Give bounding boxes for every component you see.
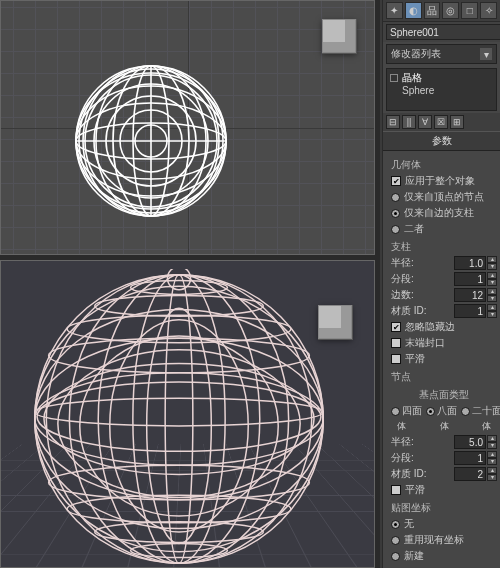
configure-sets-icon[interactable]: ⊞ — [450, 115, 464, 129]
spin-up-icon[interactable]: ▴ — [487, 451, 497, 458]
label-new: 新建 — [404, 549, 424, 563]
radio-icon[interactable] — [391, 536, 400, 545]
spinner-input[interactable] — [454, 451, 486, 465]
radio-icon[interactable] — [461, 407, 470, 416]
object-name-field[interactable] — [386, 24, 500, 40]
radio-icon[interactable] — [391, 193, 400, 202]
spinner-input[interactable] — [454, 304, 486, 318]
radio-icon[interactable] — [391, 407, 400, 416]
label-body: 体 — [440, 420, 449, 433]
checkbox-icon[interactable]: ✔ — [391, 322, 401, 332]
label-octa: 八面 — [437, 404, 457, 418]
tab-hierarchy-icon[interactable]: 品 — [424, 2, 441, 19]
viewport-top[interactable] — [0, 0, 375, 255]
checkbox-icon[interactable] — [391, 338, 401, 348]
viewcube[interactable] — [322, 19, 356, 53]
label-radius: 半径: — [391, 256, 414, 270]
spin-down-icon[interactable]: ▾ — [487, 442, 497, 449]
spinner-strut-radius[interactable]: ▴▾ — [454, 256, 497, 270]
radio-only-edge[interactable]: 仅来自边的支柱 — [391, 206, 497, 220]
spinner-input[interactable] — [454, 272, 486, 286]
radio-icon[interactable] — [391, 209, 400, 218]
stack-toolbar: ⊟ || ∀ ☒ ⊞ — [383, 113, 500, 131]
svg-point-18 — [35, 398, 323, 426]
radio-map-reuse[interactable]: 重用现有坐标 — [391, 533, 497, 547]
wireframe-sphere-persp — [29, 269, 329, 568]
spin-up-icon[interactable]: ▴ — [487, 272, 497, 279]
radio-only-vertex[interactable]: 仅来自顶点的节点 — [391, 190, 497, 204]
panel-tabs: ✦ ◐ 品 ◎ □ ✧ — [383, 0, 500, 22]
radio-octa[interactable]: 八面 — [426, 404, 457, 418]
spin-up-icon[interactable]: ▴ — [487, 435, 497, 442]
viewport-area — [0, 0, 380, 568]
spin-up-icon[interactable]: ▴ — [487, 467, 497, 474]
row-smooth[interactable]: 平滑 — [391, 352, 497, 366]
tab-modify-icon[interactable]: ◐ — [405, 2, 422, 19]
radio-icon[interactable] — [391, 552, 400, 561]
tab-motion-icon[interactable]: ◎ — [442, 2, 459, 19]
row-apply-whole[interactable]: ✔ 应用于整个对象 — [391, 174, 497, 188]
label-icosa: 二十面 — [472, 404, 500, 418]
section-mapping: 贴图坐标 — [391, 501, 497, 515]
show-end-result-icon[interactable]: || — [402, 115, 416, 129]
spinner-input[interactable] — [454, 435, 486, 449]
spin-down-icon[interactable]: ▾ — [487, 279, 497, 286]
tab-display-icon[interactable]: □ — [461, 2, 478, 19]
label-segments: 分段: — [391, 451, 414, 465]
checkbox-icon[interactable]: ✔ — [391, 176, 401, 186]
svg-point-39 — [69, 275, 288, 563]
viewport-perspective[interactable] — [0, 260, 375, 568]
pin-stack-icon[interactable]: ⊟ — [386, 115, 400, 129]
spinner-joint-radius[interactable]: ▴▾ — [454, 435, 497, 449]
spinner-joint-matid[interactable]: ▴▾ — [454, 467, 497, 481]
row-smooth-joints[interactable]: 平滑 — [391, 483, 497, 497]
tab-create-icon[interactable]: ✦ — [386, 2, 403, 19]
spin-up-icon[interactable]: ▴ — [487, 304, 497, 311]
row-ignore-hidden[interactable]: ✔忽略隐藏边 — [391, 320, 497, 334]
radio-icon[interactable] — [391, 520, 400, 529]
spin-up-icon[interactable]: ▴ — [487, 256, 497, 263]
modifier-list-label: 修改器列表 — [391, 47, 441, 61]
spin-down-icon[interactable]: ▾ — [487, 295, 497, 302]
spin-down-icon[interactable]: ▾ — [487, 311, 497, 318]
label-radius: 半径: — [391, 435, 414, 449]
make-unique-icon[interactable]: ∀ — [418, 115, 432, 129]
tab-utilities-icon[interactable]: ✧ — [480, 2, 497, 19]
radio-icon[interactable] — [391, 225, 400, 234]
radio-icosa[interactable]: 二十面 — [461, 404, 500, 418]
chevron-down-icon: ▾ — [480, 48, 492, 60]
stack-toggle-icon[interactable] — [390, 74, 398, 82]
label-body: 体 — [397, 420, 406, 433]
modifier-list-dropdown[interactable]: 修改器列表 ▾ — [386, 44, 497, 64]
radio-tetra[interactable]: 四面 — [391, 404, 422, 418]
row-end-caps[interactable]: 末端封口 — [391, 336, 497, 350]
spinner-input[interactable] — [454, 288, 486, 302]
rollup-header[interactable]: 参数 — [383, 131, 500, 151]
spinner-strut-matid[interactable]: ▴▾ — [454, 304, 497, 318]
stack-item-lattice[interactable]: 晶格 — [390, 71, 493, 84]
spin-down-icon[interactable]: ▾ — [487, 474, 497, 481]
spinner-input[interactable] — [454, 467, 486, 481]
spin-up-icon[interactable]: ▴ — [487, 288, 497, 295]
checkbox-icon[interactable] — [391, 354, 401, 364]
modifier-stack[interactable]: 晶格 Sphere — [386, 68, 497, 111]
spin-down-icon[interactable]: ▾ — [487, 458, 497, 465]
label-both: 二者 — [404, 222, 424, 236]
wireframe-sphere-top — [71, 61, 231, 221]
spin-down-icon[interactable]: ▾ — [487, 263, 497, 270]
radio-icon[interactable] — [426, 407, 435, 416]
radio-both[interactable]: 二者 — [391, 222, 497, 236]
spinner-strut-segments[interactable]: ▴▾ — [454, 272, 497, 286]
stack-item-base[interactable]: Sphere — [390, 84, 493, 97]
radio-map-new[interactable]: 新建 — [391, 549, 497, 563]
checkbox-icon[interactable] — [391, 485, 401, 495]
label-sides: 边数: — [391, 288, 414, 302]
spinner-strut-sides[interactable]: ▴▾ — [454, 288, 497, 302]
spinner-input[interactable] — [454, 256, 486, 270]
label-apply-whole: 应用于整个对象 — [405, 174, 475, 188]
label-body: 体 — [482, 420, 491, 433]
spinner-joint-segments[interactable]: ▴▾ — [454, 451, 497, 465]
stack-item-label: 晶格 — [402, 71, 422, 84]
radio-map-none[interactable]: 无 — [391, 517, 497, 531]
remove-modifier-icon[interactable]: ☒ — [434, 115, 448, 129]
